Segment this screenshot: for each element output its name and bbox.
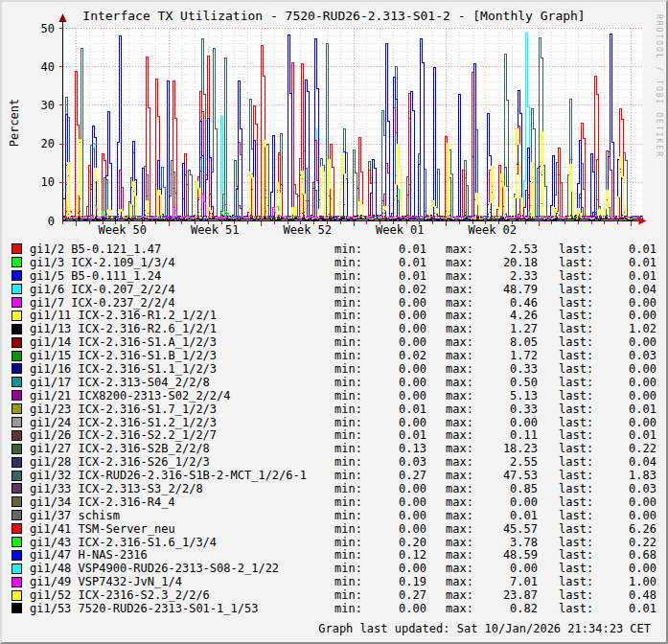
legend-min-value: 0.00 (363, 389, 426, 402)
legend-min-label: min: (334, 335, 363, 349)
legend-last-value: 0.01 (595, 428, 656, 442)
legend-last-label: last: (559, 522, 595, 536)
legend-min-value: 0.13 (363, 442, 426, 455)
legend-max-value: 0.46 (474, 296, 538, 310)
legend-max-label: max: (446, 269, 474, 283)
legend-min-label: min: (334, 522, 363, 536)
legend-last-label: last: (559, 562, 595, 575)
legend-interface-label: gi1/23 ICX-2.316-S1.7_1/2/3 (30, 402, 334, 416)
legend-min-label: min: (334, 602, 363, 615)
legend-last-value: 0.00 (595, 389, 656, 402)
legend-max-label: max: (446, 296, 474, 310)
legend-last-label: last: (559, 469, 595, 482)
legend-min-label: min: (334, 242, 363, 256)
legend-min-value: 0.00 (363, 362, 426, 376)
legend-interface-label: gi1/17 ICX-2.313-S04_2/2/8 (30, 376, 334, 389)
legend-min-label: min: (334, 428, 363, 442)
legend-max-label: max: (446, 522, 474, 536)
legend-color-swatch (12, 390, 22, 401)
legend-min-label: min: (334, 269, 363, 283)
legend-min-value: 0.00 (363, 322, 426, 335)
legend-min-value: 0.02 (363, 349, 426, 362)
legend-interface-label: gi1/13 ICX-2.316-R2.6_1/2/1 (30, 322, 334, 335)
legend-max-label: max: (446, 283, 474, 296)
legend-row: gi1/26 ICX-2.316-S2.2_1/2/7min:0.01max:0… (2, 428, 666, 442)
legend-row: gi1/27 ICX-2.316-S2B_2/2/8min:0.13max:18… (2, 442, 666, 455)
legend-min-label: min: (334, 495, 363, 509)
legend-max-label: max: (446, 588, 474, 602)
interface-legend: gi1/2 B5-0.121_1.47min:0.01max:2.53last:… (2, 242, 666, 615)
legend-min-label: min: (334, 575, 363, 588)
legend-last-label: last: (559, 575, 595, 588)
legend-color-swatch (12, 351, 22, 361)
legend-interface-label: gi1/34 ICX-2.316-R4_4 (30, 495, 334, 509)
legend-last-label: last: (559, 322, 595, 335)
x-tick-label: Week 50 (89, 224, 156, 236)
legend-max-label: max: (446, 482, 474, 495)
legend-max-value: 0.50 (474, 376, 538, 389)
legend-row: gi1/3 ICX-2.109_1/3/4min:0.01max:20.18la… (2, 256, 666, 269)
legend-row: gi1/37 schismmin:0.00max:0.01last:0.00 (2, 509, 666, 522)
legend-min-label: min: (334, 416, 363, 429)
legend-row: gi1/47 H-NAS-2316min:0.12max:48.59last:0… (2, 548, 666, 562)
legend-min-value: 0.03 (363, 455, 426, 469)
legend-max-label: max: (446, 309, 474, 322)
legend-last-value: 0.00 (595, 335, 656, 349)
legend-max-value: 0.11 (474, 428, 538, 442)
x-tick-label: Week 01 (366, 224, 433, 236)
legend-row: gi1/32 ICX-RUD26-2.316-S1B-2-MCT_1/2/6-1… (2, 469, 666, 482)
legend-row: gi1/23 ICX-2.316-S1.7_1/2/3min:0.01max:0… (2, 402, 666, 416)
legend-color-swatch (12, 297, 22, 308)
legend-row: gi1/53 7520-RUD26-2313-S01-1_1/53min:0.0… (2, 602, 666, 615)
legend-min-value: 0.00 (363, 296, 426, 310)
legend-max-label: max: (446, 362, 474, 376)
legend-last-label: last: (559, 335, 595, 349)
legend-row: gi1/6 ICX-0.207_2/2/4min:0.02max:48.79la… (2, 283, 666, 296)
legend-last-value: 1.83 (595, 469, 656, 482)
legend-max-value: 18.23 (474, 442, 538, 455)
legend-last-value: 0.00 (595, 509, 656, 522)
legend-min-value: 0.00 (363, 495, 426, 509)
legend-interface-label: gi1/6 ICX-0.207_2/2/4 (30, 283, 334, 296)
legend-interface-label: gi1/27 ICX-2.316-S2B_2/2/8 (30, 442, 334, 455)
legend-row: gi1/16 ICX-2.316-S1.1_1/2/3min:0.00max:0… (2, 362, 666, 376)
legend-last-label: last: (559, 256, 595, 269)
legend-min-value: 0.00 (363, 522, 426, 536)
legend-row: gi1/17 ICX-2.313-S04_2/2/8min:0.00max:0.… (2, 376, 666, 389)
legend-last-value: 6.26 (595, 522, 656, 536)
legend-last-label: last: (559, 442, 595, 455)
legend-max-label: max: (446, 322, 474, 335)
legend-min-label: min: (334, 376, 363, 389)
legend-interface-label: gi1/48 VSP4900-RUD26-2313-S08-2_1/22 (30, 562, 334, 575)
legend-interface-label: gi1/2 B5-0.121_1.47 (30, 242, 334, 256)
legend-interface-label: gi1/28 ICX-2.316-S26_1/2/3 (30, 455, 334, 469)
legend-row: gi1/15 ICX-2.316-S1.B_1/2/3min:0.02max:1… (2, 349, 666, 362)
legend-min-value: 0.00 (363, 562, 426, 575)
legend-row: gi1/7 ICX-0.237_2/2/4min:0.00max:0.46las… (2, 296, 666, 310)
legend-color-swatch (12, 337, 22, 348)
legend-max-value: 45.57 (474, 522, 538, 536)
legend-last-label: last: (559, 428, 595, 442)
legend-min-label: min: (334, 509, 363, 522)
legend-color-swatch (12, 270, 22, 281)
rrd-graph-panel: Interface TX Utilization - 7520-RUD26-2.… (0, 0, 668, 644)
legend-last-label: last: (559, 548, 595, 562)
legend-last-value: 0.68 (595, 548, 656, 562)
legend-max-value: 8.05 (474, 335, 538, 349)
legend-min-value: 0.19 (363, 575, 426, 588)
legend-max-value: 0.33 (474, 362, 538, 376)
legend-max-value: 1.72 (474, 349, 538, 362)
legend-color-swatch (12, 577, 22, 587)
legend-color-swatch (12, 377, 22, 387)
legend-color-swatch (12, 523, 22, 534)
legend-min-label: min: (334, 548, 363, 562)
legend-interface-label: gi1/3 ICX-2.109_1/3/4 (30, 256, 334, 269)
legend-color-swatch (12, 471, 22, 481)
legend-max-value: 20.18 (474, 256, 538, 269)
last-updated-text: Graph last updated: Sat 10/Jan/2026 21:3… (318, 622, 651, 635)
legend-min-value: 0.27 (363, 469, 426, 482)
legend-interface-label: gi1/24 ICX-2.316-S1.2_1/2/3 (30, 416, 334, 429)
legend-last-value: 0.01 (595, 242, 656, 256)
legend-row: gi1/52 ICX-2316-S2.3_2/2/6min:0.27max:23… (2, 588, 666, 602)
legend-color-swatch (12, 324, 22, 334)
